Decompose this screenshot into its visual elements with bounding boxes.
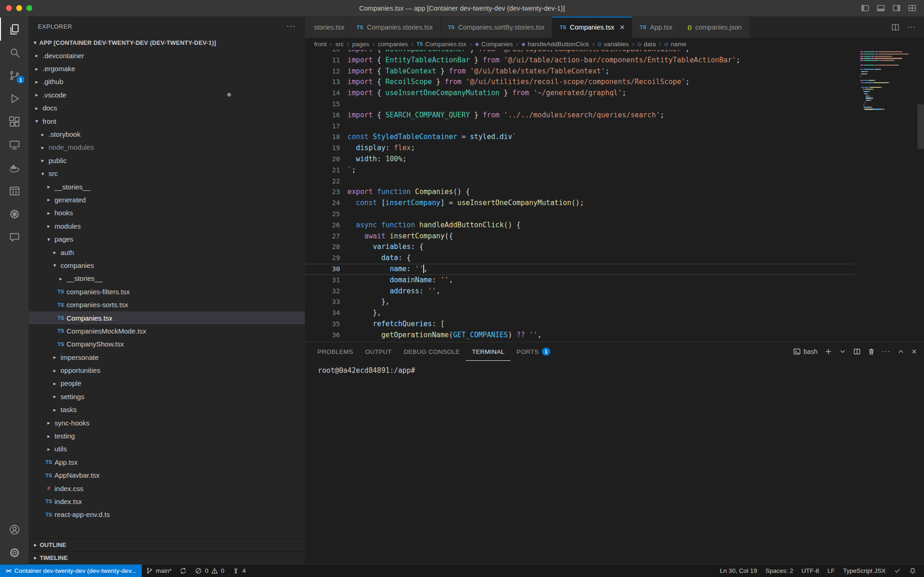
- zoom-window-button[interactable]: [26, 5, 32, 11]
- project-root-header[interactable]: ▾ APP [CONTAINER DEV-TWENTY-DEV (DEV-TWE…: [29, 36, 305, 49]
- explorer-more-actions-icon[interactable]: ···: [286, 22, 296, 31]
- section-header-outline[interactable]: ▸OUTLINE: [29, 538, 305, 551]
- editor-scrollbar[interactable]: [918, 104, 924, 149]
- tree-item-people[interactable]: ▸people: [29, 377, 305, 390]
- breadcrumb-item-variables[interactable]: ◇variables: [598, 41, 629, 48]
- live-preview-icon[interactable]: [0, 179, 29, 202]
- tree-item-node-modules[interactable]: ▸node_modules: [29, 141, 305, 154]
- panel-tab-ports[interactable]: PORTS1: [511, 342, 556, 361]
- tree-item-app-tsx[interactable]: TSApp.tsx: [29, 456, 305, 468]
- tree-item-storybook[interactable]: ▸.storybook: [29, 128, 305, 140]
- tab-companies-tsx[interactable]: TSCompanies.tsx×: [552, 17, 632, 38]
- breadcrumb-item-name[interactable]: ◇name: [664, 41, 686, 48]
- tree-item-github[interactable]: ▸.github: [29, 75, 305, 88]
- code-text[interactable]: `;: [347, 165, 356, 176]
- code-text[interactable]: import { SEARCH_COMPANY_QUERY } from '..…: [347, 110, 664, 121]
- code-text[interactable]: const [insertCompany] = useInsertOneComp…: [347, 198, 584, 209]
- code-text[interactable]: await insertCompany({: [347, 231, 453, 242]
- tree-item-companies-tsx[interactable]: TSCompanies.tsx: [29, 311, 305, 324]
- tree-item-opportunities[interactable]: ▸opportunities: [29, 364, 305, 377]
- tree-item-companies-sorts-tsx[interactable]: TScompanies-sorts.tsx: [29, 298, 305, 311]
- tree-item-companies[interactable]: ▾companies: [29, 259, 305, 272]
- breadcrumb-item-companies-tsx[interactable]: TSCompanies.tsx: [417, 41, 467, 48]
- breadcrumb-item-companies[interactable]: companies: [378, 41, 408, 48]
- code-text[interactable]: address: '',: [347, 286, 440, 297]
- extensions-icon[interactable]: [0, 110, 29, 133]
- search-icon[interactable]: [0, 41, 29, 64]
- chat-icon[interactable]: [0, 225, 29, 249]
- cursor-position-status[interactable]: Ln 30, Col 19: [716, 565, 761, 577]
- tree-item-stories[interactable]: ▸__stories__: [29, 180, 305, 193]
- tree-item-front[interactable]: ▾front: [29, 115, 305, 128]
- branch-status[interactable]: main*: [142, 565, 176, 577]
- breadcrumb-item-handleaddbuttonclick[interactable]: ◈handleAddButtonClick: [522, 41, 589, 48]
- terminal-content[interactable]: root@0a42ecd84891:/app#: [305, 361, 924, 564]
- close-icon[interactable]: ×: [620, 23, 625, 31]
- tree-item-generated[interactable]: ▸generated: [29, 193, 305, 206]
- tree-item-companyshow-tsx[interactable]: TSCompanyShow.tsx: [29, 338, 305, 351]
- remote-indicator[interactable]: >< Container dev-twenty-dev (dev-twenty-…: [0, 565, 142, 577]
- launch-profile-chevron-icon[interactable]: [839, 348, 846, 355]
- tree-item-modules[interactable]: ▸modules: [29, 219, 305, 232]
- code-text[interactable]: },: [347, 297, 389, 308]
- sync-changes-button[interactable]: [176, 565, 191, 577]
- terminal-shell-selector[interactable]: bash: [793, 348, 817, 355]
- code-text[interactable]: domainName: '',: [347, 275, 453, 286]
- breadcrumb-item-front[interactable]: front: [314, 41, 327, 48]
- breadcrumb-item-src[interactable]: src: [335, 41, 344, 48]
- code-text[interactable]: variables: {: [347, 242, 424, 253]
- run-debug-icon[interactable]: [0, 87, 29, 110]
- code-text[interactable]: async function handleAddButtonClick() {: [347, 220, 521, 231]
- tree-item-index-css[interactable]: #index.css: [29, 482, 305, 495]
- language-mode-status[interactable]: TypeScript JSX: [839, 565, 890, 577]
- tab-stories-tsx[interactable]: stories.tsx: [305, 17, 349, 38]
- tree-item-stories[interactable]: ▸__stories__: [29, 272, 305, 285]
- more-actions-icon[interactable]: ···: [907, 23, 916, 31]
- tab-companies-sortby-stories-tsx[interactable]: TSCompanies.sortBy.stories.tsx: [441, 17, 553, 38]
- new-terminal-icon[interactable]: [825, 348, 832, 355]
- close-panel-icon[interactable]: ×: [912, 347, 917, 356]
- code-text[interactable]: refetchQueries: [: [347, 319, 444, 330]
- tree-item-docs[interactable]: ▸docs: [29, 102, 305, 115]
- code-text[interactable]: name: '',: [347, 264, 428, 275]
- breadcrumb-item-data[interactable]: ◇data: [638, 41, 656, 48]
- tab-companies-json[interactable]: {}companies.json: [680, 17, 749, 38]
- encoding-status[interactable]: UTF-8: [797, 565, 823, 577]
- close-window-button[interactable]: [6, 5, 12, 11]
- toggle-sidebar-icon[interactable]: [861, 4, 869, 12]
- code-text[interactable]: export function Companies() {: [347, 187, 470, 198]
- remote-explorer-icon[interactable]: [0, 133, 29, 156]
- tree-item-public[interactable]: ▸public: [29, 154, 305, 167]
- tree-item-index-tsx[interactable]: TSindex.tsx: [29, 495, 305, 508]
- tree-item-settings[interactable]: ▸settings: [29, 390, 305, 403]
- customize-layout-icon[interactable]: [908, 4, 917, 12]
- terminal-more-actions-icon[interactable]: ···: [882, 347, 891, 356]
- code-text[interactable]: getOperationName(GET_COMPANIES) ?? '',: [347, 330, 542, 341]
- notifications-status[interactable]: [905, 565, 920, 577]
- tree-item-devcontainer[interactable]: ▸.devcontainer: [29, 49, 305, 62]
- code-text[interactable]: },: [347, 308, 381, 319]
- panel-tab-terminal[interactable]: TERMINAL: [466, 342, 511, 361]
- tree-item-impersonate[interactable]: ▸impersonate: [29, 351, 305, 364]
- panel-tab-output[interactable]: OUTPUT: [359, 342, 397, 361]
- panel-tab-problems[interactable]: PROBLEMS: [311, 342, 359, 361]
- tab-companies-stories-tsx[interactable]: TSCompanies.stories.tsx: [349, 17, 441, 38]
- tree-item-hooks[interactable]: ▸hooks: [29, 207, 305, 219]
- kill-terminal-icon[interactable]: [868, 348, 875, 355]
- tree-item-tasks[interactable]: ▸tasks: [29, 403, 305, 416]
- tree-item-vscode[interactable]: ▸.vscode: [29, 88, 305, 101]
- toggle-panel-icon[interactable]: [876, 4, 885, 12]
- tree-item-appnavbar-tsx[interactable]: TSAppNavbar.tsx: [29, 469, 305, 482]
- docker-icon[interactable]: [0, 156, 29, 179]
- tree-item-companies-filters-tsx[interactable]: TScompanies-filters.tsx: [29, 285, 305, 298]
- code-text[interactable]: display: flex;: [347, 143, 415, 154]
- tree-item-pages[interactable]: ▾pages: [29, 232, 305, 245]
- code-editor[interactable]: 10import { WithTopBarContainer } from '@…: [305, 50, 924, 342]
- explorer-icon[interactable]: [0, 18, 29, 41]
- ports-status[interactable]: 4: [228, 565, 250, 577]
- code-text[interactable]: import { RecoilScope } from '@/ui/utilit…: [347, 77, 690, 88]
- tree-item-sync-hooks[interactable]: ▸sync-hooks: [29, 416, 305, 429]
- code-text[interactable]: import { WithTopBarContainer } from '@/u…: [347, 50, 690, 55]
- panel-tab-debug-console[interactable]: DEBUG CONSOLE: [398, 342, 466, 361]
- tree-item-utils[interactable]: ▸utils: [29, 443, 305, 456]
